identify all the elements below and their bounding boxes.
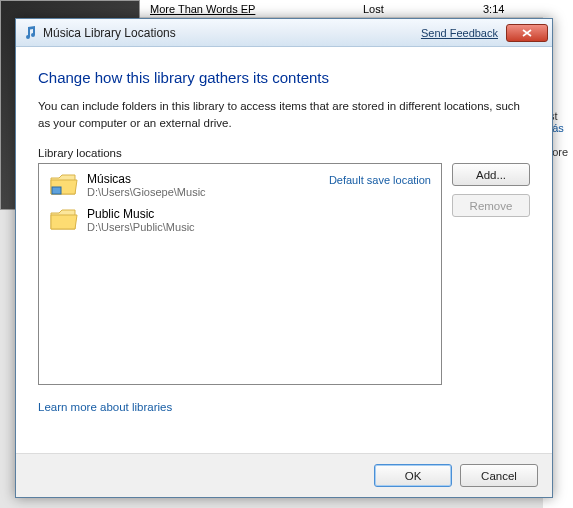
background-track-row: More Than Words EP Lost 3:14: [140, 0, 543, 18]
folder-icon: [49, 172, 79, 198]
folder-icon: [49, 207, 79, 233]
track-duration: 3:14: [483, 3, 543, 15]
titlebar: Música Library Locations Send Feedback: [16, 19, 552, 47]
list-item[interactable]: Músicas D:\Users\Giosepe\Music Default s…: [41, 168, 439, 203]
dialog-description: You can include folders in this library …: [38, 98, 530, 131]
cancel-button[interactable]: Cancel: [460, 464, 538, 487]
list-item[interactable]: Public Music D:\Users\Public\Music: [41, 203, 439, 238]
close-button[interactable]: [506, 24, 548, 42]
dialog-title: Música Library Locations: [43, 26, 421, 40]
add-button[interactable]: Add...: [452, 163, 530, 186]
location-text: Músicas D:\Users\Giosepe\Music: [87, 172, 329, 198]
default-save-badge: Default save location: [329, 174, 431, 186]
close-icon: [522, 29, 532, 37]
locations-list[interactable]: Músicas D:\Users\Giosepe\Music Default s…: [38, 163, 442, 385]
learn-more-link[interactable]: Learn more about libraries: [38, 401, 530, 413]
dialog-heading: Change how this library gathers its cont…: [38, 69, 530, 86]
side-buttons: Add... Remove: [452, 163, 530, 385]
send-feedback-link[interactable]: Send Feedback: [421, 27, 498, 39]
location-path: D:\Users\Public\Music: [87, 221, 431, 233]
music-note-icon: [22, 25, 38, 41]
ok-button[interactable]: OK: [374, 464, 452, 487]
track-status: Lost: [363, 3, 483, 15]
locations-row: Músicas D:\Users\Giosepe\Music Default s…: [38, 163, 530, 385]
dialog-footer: OK Cancel: [16, 453, 552, 497]
remove-button[interactable]: Remove: [452, 194, 530, 217]
library-locations-label: Library locations: [38, 147, 530, 159]
dialog-body: Change how this library gathers its cont…: [16, 47, 552, 453]
location-path: D:\Users\Giosepe\Music: [87, 186, 329, 198]
location-name: Músicas: [87, 172, 329, 186]
library-locations-dialog: Música Library Locations Send Feedback C…: [15, 18, 553, 498]
svg-rect-0: [52, 187, 61, 194]
location-name: Public Music: [87, 207, 431, 221]
track-title: More Than Words EP: [150, 3, 363, 15]
location-text: Public Music D:\Users\Public\Music: [87, 207, 431, 233]
